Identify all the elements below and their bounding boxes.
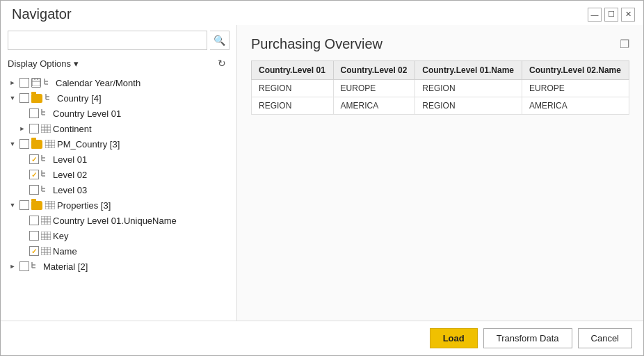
checkbox-continent[interactable]	[29, 124, 39, 134]
expand-arrow[interactable]: ►	[8, 78, 17, 88]
table-body: REGIONEUROPEREGIONEUROPEREGIONAMERICAREG…	[252, 80, 629, 115]
table-cell: AMERICA	[522, 97, 629, 115]
table-cell: REGION	[252, 97, 334, 115]
table-header: Country.Level 01 Country.Level 02 Countr…	[252, 61, 629, 80]
tree-item-pm-country[interactable]: ▼ PM_Country [3]	[1, 136, 236, 152]
checkbox-calendar[interactable]	[19, 78, 29, 88]
tree-item-country-level01[interactable]: Country Level 01	[1, 106, 236, 121]
folder-open-icon-pm	[31, 140, 42, 149]
tree-item-level01[interactable]: Level 01	[1, 152, 236, 167]
calendar-icon	[31, 78, 41, 88]
transform-data-button[interactable]: Transform Data	[483, 328, 572, 348]
tree-item-continent[interactable]: ► Continent	[1, 121, 236, 136]
display-options-button[interactable]: Display Options ▾	[8, 58, 79, 69]
tree-item-pm-country-label: PM_Country [3]	[57, 139, 120, 149]
grid-icon-key	[41, 232, 51, 240]
expand-arrow-material[interactable]: ►	[8, 261, 17, 271]
table-cell: REGION	[252, 80, 334, 97]
tree-item-properties-label: Properties [3]	[57, 200, 111, 211]
display-options-arrow: ▾	[74, 58, 79, 69]
col-header-0: Country.Level 01	[252, 61, 334, 80]
checkbox-country-level01[interactable]	[29, 108, 39, 118]
hier-icon-lv02	[41, 170, 51, 179]
svg-rect-32	[45, 201, 55, 209]
checkbox-cl01-unique[interactable]	[29, 216, 39, 225]
folder-open-icon-props	[31, 201, 42, 210]
tree-item-name[interactable]: Name	[1, 243, 236, 259]
checkbox-level01[interactable]	[29, 154, 39, 164]
expand-arrow-props[interactable]: ▼	[8, 200, 17, 210]
tree-item-calendar[interactable]: ► Calendar Year/Month	[1, 75, 236, 90]
checkbox-properties[interactable]	[19, 200, 29, 210]
tree-container: ► Calendar Year/Month ▼	[1, 74, 236, 321]
display-options-label: Display Options	[8, 58, 71, 69]
table-cell: EUROPE	[333, 80, 415, 97]
svg-rect-18	[45, 140, 55, 148]
tree-item-calendar-label: Calendar Year/Month	[56, 78, 140, 88]
hier-icon-lv03	[41, 186, 51, 194]
expand-arrow-continent[interactable]: ►	[17, 124, 27, 134]
hier-icon-material	[31, 262, 41, 270]
svg-rect-13	[41, 124, 51, 133]
tree-item-country-label: Country [4]	[57, 93, 102, 104]
grid-icon-name	[41, 247, 51, 255]
preview-header: Purchasing Overview ❐	[251, 36, 629, 52]
data-table: Country.Level 01 Country.Level 02 Countr…	[251, 60, 629, 115]
tree-item-level02[interactable]: Level 02	[1, 167, 236, 182]
folder-open-icon-country	[31, 94, 42, 103]
tree-item-key[interactable]: Key	[1, 228, 236, 243]
col-header-2: Country.Level 01.Name	[415, 61, 522, 80]
table-cell: REGION	[415, 80, 522, 97]
tree-item-country[interactable]: ▼ Country [4]	[1, 90, 236, 106]
search-input[interactable]	[8, 31, 207, 50]
table-cell: AMERICA	[333, 97, 415, 115]
hier-small-icon	[44, 79, 54, 87]
svg-rect-37	[41, 216, 51, 225]
tree-item-material-label: Material [2]	[43, 261, 88, 272]
close-button[interactable]: ✕	[621, 8, 635, 22]
tree-item-name-label: Name	[53, 246, 77, 257]
expand-arrow-country[interactable]: ▼	[8, 93, 17, 103]
checkbox-level02[interactable]	[29, 170, 39, 179]
left-panel: 🔍 Display Options ▾ ↻ ►	[1, 25, 237, 321]
refresh-icon[interactable]: ↻	[214, 56, 230, 71]
tree-item-continent-label: Continent	[53, 124, 92, 134]
svg-rect-42	[41, 232, 51, 240]
tree-item-cl01-unique-label: Country Level 01.UniqueName	[53, 216, 177, 226]
minimize-button[interactable]: —	[588, 8, 602, 22]
content-area: 🔍 Display Options ▾ ↻ ►	[1, 25, 643, 321]
expand-arrow-pm[interactable]: ▼	[8, 139, 17, 149]
checkbox-name[interactable]	[29, 246, 39, 256]
search-icon[interactable]: 🔍	[210, 31, 230, 50]
preview-title: Purchasing Overview	[251, 36, 383, 52]
table-cell: EUROPE	[522, 80, 629, 97]
checkbox-key[interactable]	[29, 231, 39, 241]
tree-item-cl01-unique[interactable]: Country Level 01.UniqueName	[1, 213, 236, 228]
checkbox-country[interactable]	[19, 93, 29, 103]
grid-icon-pm	[45, 140, 55, 148]
right-panel: Purchasing Overview ❐ Country.Level 01 C…	[237, 25, 643, 321]
dialog-title: Navigator	[12, 6, 72, 22]
tree-scroll[interactable]: ► Calendar Year/Month ▼	[1, 75, 236, 319]
tree-item-level03[interactable]: Level 03	[1, 182, 236, 197]
tree-item-key-label: Key	[53, 231, 68, 241]
checkbox-pm-country[interactable]	[19, 139, 29, 149]
hier-icon-level01	[41, 109, 51, 118]
hier-icon-lv01	[41, 155, 51, 163]
checkbox-level03[interactable]	[29, 185, 39, 195]
grid-icon-props	[45, 201, 55, 209]
load-button[interactable]: Load	[430, 328, 478, 348]
tree-item-material[interactable]: ► Material [2]	[1, 259, 236, 274]
maximize-button[interactable]: ☐	[604, 8, 618, 22]
preview-export-icon[interactable]: ❐	[620, 38, 629, 51]
hier-small-icon2	[45, 94, 55, 102]
col-header-1: Country.Level 02	[333, 61, 415, 80]
bottom-bar: Load Transform Data Cancel	[1, 321, 643, 355]
checkbox-material[interactable]	[19, 261, 29, 271]
grid-icon-cl01u	[41, 216, 51, 225]
col-header-3: Country.Level 02.Name	[522, 61, 629, 80]
tree-item-properties[interactable]: ▼ Properties [3]	[1, 197, 236, 213]
cancel-button[interactable]: Cancel	[578, 328, 632, 348]
svg-rect-47	[41, 247, 51, 255]
title-bar: Navigator — ☐ ✕	[1, 1, 643, 25]
